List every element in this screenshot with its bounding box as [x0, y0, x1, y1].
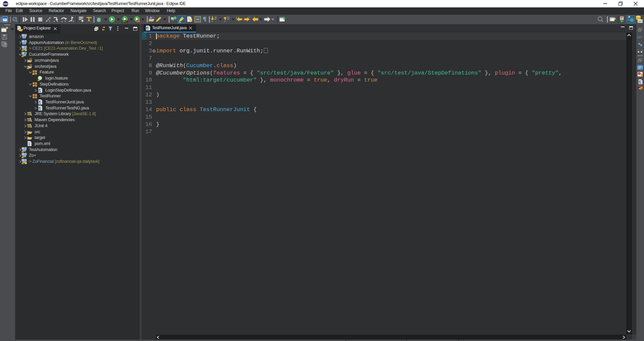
svg-text:G: G: [641, 88, 642, 90]
svg-text:GIT: GIT: [638, 20, 642, 23]
svg-text:N: N: [639, 88, 640, 90]
svg-text:J: J: [147, 27, 148, 30]
